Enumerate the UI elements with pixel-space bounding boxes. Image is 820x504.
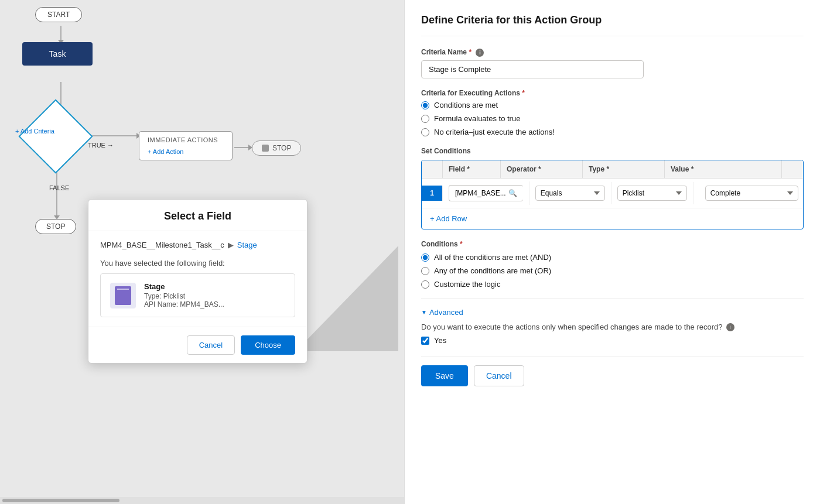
type-select[interactable]: Picklist Value Reference	[617, 186, 687, 201]
selected-field-section: You have selected the following field: S…	[100, 259, 295, 317]
field-icon	[110, 283, 136, 308]
set-conditions-label: Set Conditions	[421, 147, 804, 155]
add-row-button[interactable]: + Add Row	[422, 208, 803, 229]
value-select[interactable]: Complete In Progress Not Started	[705, 186, 798, 201]
radio-any-or[interactable]: Any of the conditions are met (OR)	[421, 266, 804, 275]
radio-conditions-met[interactable]: Conditions are met	[421, 101, 804, 109]
stop-inline-node[interactable]: STOP	[252, 140, 301, 156]
stop-toggle-icon	[262, 145, 269, 152]
criteria-name-info-icon: i	[476, 49, 484, 57]
panel-title: Define Criteria for this Action Group	[421, 14, 804, 36]
field-breadcrumb: MPM4_BASE__Milestone1_Task__c ▶ Stage	[100, 241, 295, 249]
field-search-input[interactable]: [MPM4_BASE... 🔍	[449, 185, 523, 201]
col-num	[422, 160, 443, 178]
value-select-wrapper: Complete In Progress Not Started	[699, 182, 804, 204]
cancel-button[interactable]: Cancel	[474, 365, 524, 386]
conditions-logic-radio-group: All of the conditions are met (AND) Any …	[421, 253, 804, 289]
divider	[421, 298, 804, 299]
radio-no-criteria[interactable]: No criteria–just execute the actions!	[421, 128, 804, 136]
modal-header: Select a Field	[88, 200, 307, 231]
executing-actions-group: Criteria for Executing Actions * Conditi…	[421, 89, 804, 136]
yes-checkbox[interactable]: Yes	[421, 336, 804, 345]
row-field-cell: [MPM4_BASE... 🔍	[443, 181, 529, 205]
breadcrumb-separator: ▶	[228, 241, 234, 249]
conditions-logic-group: Conditions * All of the conditions are m…	[421, 240, 804, 289]
selected-field-label: You have selected the following field:	[100, 259, 295, 268]
false-label: FALSE	[49, 184, 69, 191]
radio-any-or-input[interactable]	[421, 267, 429, 275]
breadcrumb-link[interactable]: Stage	[237, 241, 257, 249]
set-conditions-group: Set Conditions Field * Operator * Type *…	[421, 147, 804, 229]
task-node[interactable]: Task	[22, 42, 93, 66]
field-icon-inner	[115, 286, 131, 305]
modal-choose-button[interactable]: Choose	[241, 335, 295, 355]
triangle-connector	[296, 246, 398, 351]
radio-formula-eval[interactable]: Formula evaluates to true	[421, 114, 804, 123]
radio-no-criteria-input[interactable]	[421, 128, 429, 136]
conditions-logic-label: Conditions *	[421, 240, 804, 248]
criteria-name-input[interactable]	[421, 60, 644, 78]
search-icon: 🔍	[508, 189, 517, 197]
advanced-question: Do you want to execute the actions only …	[421, 323, 804, 331]
yes-checkbox-input[interactable]	[421, 337, 429, 345]
radio-customize-logic-input[interactable]	[421, 280, 429, 289]
radio-all-and[interactable]: All of the conditions are met (AND)	[421, 253, 804, 262]
radio-customize-logic[interactable]: Customize the logic	[421, 280, 804, 289]
radio-all-and-input[interactable]	[421, 253, 429, 262]
advanced-section: ▼ Advanced Do you want to execute the ac…	[421, 308, 804, 345]
start-node: START	[35, 7, 82, 22]
selected-field-card: Stage Type: Picklist API Name: MPM4_BAS.…	[100, 273, 295, 317]
stop-bottom-node[interactable]: STOP	[35, 219, 76, 234]
radio-formula-eval-input[interactable]	[421, 115, 429, 123]
executing-actions-radio-group: Conditions are met Formula evaluates to …	[421, 101, 804, 136]
scrollbar-thumb[interactable]	[2, 499, 119, 502]
immediate-actions-title: IMMEDIATE ACTIONS	[148, 136, 224, 143]
flow-diagram-panel: START Task + Add Criteria TRUE → FALSE I…	[0, 0, 404, 504]
horizontal-scrollbar[interactable]	[0, 497, 404, 504]
criteria-name-group: Criteria Name * i	[421, 48, 804, 78]
chevron-down-icon: ▼	[421, 309, 427, 316]
modal-footer: Cancel Choose	[88, 327, 307, 363]
modal-cancel-button[interactable]: Cancel	[187, 335, 235, 355]
executing-actions-label: Criteria for Executing Actions *	[421, 89, 804, 97]
add-action-button[interactable]: + Add Action	[148, 148, 224, 155]
operator-select[interactable]: Equals Not Equals Greater Than Less Than	[535, 186, 605, 201]
advanced-toggle[interactable]: ▼ Advanced	[421, 308, 804, 317]
conditions-table-header: Field * Operator * Type * Value *	[422, 160, 803, 179]
radio-conditions-met-input[interactable]	[421, 101, 429, 109]
footer-actions: Save Cancel	[421, 356, 804, 386]
col-type: Type *	[583, 160, 665, 178]
col-delete	[782, 160, 803, 178]
table-row: 1 [MPM4_BASE... 🔍 Equals Not Equals Grea…	[422, 179, 803, 208]
row-operator-cell: Equals Not Equals Greater Than Less Than	[529, 182, 611, 204]
row-number: 1	[422, 186, 443, 201]
criteria-diamond[interactable]	[18, 99, 93, 173]
breadcrumb-base: MPM4_BASE__Milestone1_Task__c	[100, 241, 224, 249]
criteria-name-label: Criteria Name * i	[421, 48, 804, 57]
immediate-actions-box: IMMEDIATE ACTIONS + Add Action	[139, 131, 233, 160]
add-criteria-label[interactable]: + Add Criteria	[15, 128, 54, 135]
save-button[interactable]: Save	[421, 365, 468, 386]
criteria-panel: Define Criteria for this Action Group Cr…	[404, 0, 820, 504]
col-operator: Operator *	[501, 160, 583, 178]
modal-title: Select a Field	[100, 210, 295, 222]
row-value-cell: Complete In Progress Not Started	[693, 179, 804, 208]
modal-body: MPM4_BASE__Milestone1_Task__c ▶ Stage Yo…	[88, 231, 307, 327]
true-label: TRUE →	[88, 142, 114, 149]
conditions-table: Field * Operator * Type * Value * 1 [MPM…	[421, 160, 804, 229]
field-type: Type: Picklist	[144, 292, 224, 300]
select-field-modal: Select a Field MPM4_BASE__Milestone1_Tas…	[88, 199, 308, 364]
field-name: Stage	[144, 282, 224, 291]
field-info: Stage Type: Picklist API Name: MPM4_BAS.…	[144, 282, 224, 308]
col-value: Value *	[665, 160, 782, 178]
field-api-name: API Name: MPM4_BAS...	[144, 300, 224, 308]
row-type-cell: Picklist Value Reference	[611, 182, 693, 204]
col-field: Field *	[443, 160, 501, 178]
advanced-info-icon: i	[726, 323, 734, 331]
